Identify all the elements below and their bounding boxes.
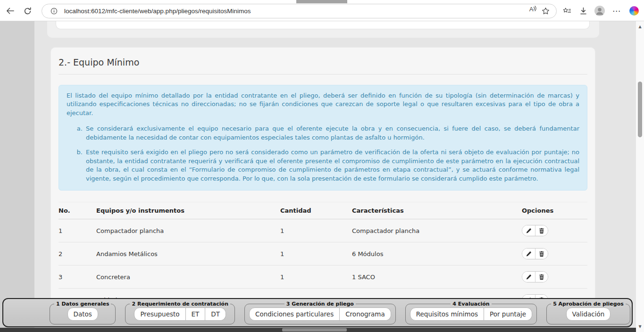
- delete-button[interactable]: [535, 272, 548, 282]
- section-title: 2.- Equipo Mínimo: [59, 54, 587, 75]
- info-item-a: Se considerará exclusivamente el equipo …: [84, 124, 579, 142]
- col-header-opciones: Opciones: [522, 202, 587, 219]
- back-button[interactable]: [4, 6, 16, 16]
- collections-icon[interactable]: [560, 5, 573, 17]
- table-row: 2 Andamios Metálicos 1 6 Módulos: [59, 242, 587, 266]
- trash-icon: [539, 274, 544, 280]
- info-item-b: Este requisito será exigido en el pliego…: [84, 148, 579, 183]
- edit-button[interactable]: [522, 249, 535, 259]
- equipment-table: No. Equipos y/o instrumentos Cantidad Ca…: [59, 202, 587, 304]
- wizard-button-datos[interactable]: Datos: [67, 307, 98, 321]
- address-bar[interactable]: localhost:6012/mfc-cliente/web/app.php/p…: [42, 4, 557, 18]
- table-header-row: No. Equipos y/o instrumentos Cantidad Ca…: [59, 202, 587, 219]
- wizard-button-cronograma[interactable]: Cronograma: [340, 307, 391, 321]
- favorite-star-icon[interactable]: [539, 6, 552, 17]
- wizard-group-legend: 4 Evaluación: [451, 301, 491, 307]
- wizard-button-por-puntaje[interactable]: Por puntaje: [484, 307, 532, 321]
- info-intro: El listado del equipo mínimo detallado p…: [67, 91, 579, 117]
- delete-button[interactable]: [535, 249, 548, 259]
- delete-button[interactable]: [535, 225, 548, 236]
- wizard-button-requisitos-minimos[interactable]: Requisitos mínimos: [410, 307, 484, 321]
- wizard-group-requerimiento: 2 Requerimiento de contratación Presupue…: [125, 301, 234, 324]
- col-header-no: No.: [59, 202, 96, 219]
- scroll-up-icon[interactable]: ▲: [636, 25, 644, 29]
- wizard-bar: 1 Datos generales Datos 2 Requerimiento …: [2, 298, 633, 327]
- row-options: [522, 248, 548, 259]
- browser-chrome: localhost:6012/mfc-cliente/web/app.php/p…: [0, 0, 644, 21]
- wizard-group-legend: 2 Requerimiento de contratación: [130, 301, 230, 307]
- vertical-scrollbar[interactable]: ▲ ▼: [636, 21, 644, 332]
- wizard-group-legend: 3 Generación de pliego: [284, 301, 356, 307]
- wizard-group-generacion-pliego: 3 Generación de pliego Condiciones parti…: [244, 301, 396, 324]
- page-viewport: 2.- Equipo Mínimo El listado del equipo …: [0, 21, 644, 332]
- equipo-minimo-card: 2.- Equipo Mínimo El listado del equipo …: [50, 47, 595, 304]
- info-alert: El listado del equipo mínimo detallado p…: [59, 85, 587, 191]
- wizard-group-datos-generales: 1 Datos generales Datos: [50, 301, 116, 324]
- vertical-scrollbar-thumb[interactable]: [638, 82, 642, 137]
- tab-strip-remnant: [296, 0, 347, 3]
- wizard-button-condiciones-particulares[interactable]: Condiciones particulares: [249, 307, 340, 321]
- table-row: 3 Concretera 1 1 SACO: [59, 266, 587, 289]
- previous-section-remnant: [47, 21, 599, 38]
- info-list: Se considerará exclusivamente el equipo …: [67, 124, 579, 183]
- wizard-button-et[interactable]: ET: [186, 307, 206, 321]
- pencil-icon: [526, 228, 532, 234]
- pencil-icon: [526, 274, 532, 280]
- copilot-icon[interactable]: [628, 5, 640, 17]
- row-options: [522, 225, 548, 236]
- trash-icon: [539, 228, 544, 234]
- wizard-button-presupuesto[interactable]: Presupuesto: [134, 307, 185, 321]
- wizard-group-legend: 1 Datos generales: [54, 301, 111, 307]
- pencil-icon: [526, 251, 532, 257]
- edit-button[interactable]: [522, 225, 535, 236]
- edit-button[interactable]: [522, 272, 535, 282]
- wizard-group-aprobacion-pliegos: 5 Aprobación de pliegos Validación: [546, 301, 630, 324]
- back-arrow-icon: [6, 7, 15, 15]
- row-options: [522, 271, 548, 282]
- scroll-down-icon[interactable]: ▼: [636, 324, 644, 329]
- col-header-caracteristicas: Características: [352, 202, 522, 219]
- col-header-cantidad: Cantidad: [280, 202, 352, 219]
- read-aloud-icon[interactable]: A: [527, 6, 539, 17]
- horizontal-scrollbar-thumb[interactable]: [282, 328, 347, 332]
- previous-card-bottom: [56, 21, 590, 29]
- downloads-icon[interactable]: [577, 5, 589, 17]
- trash-icon: [539, 251, 544, 257]
- table-row: 1 Compactador plancha 1 Compactador plan…: [59, 219, 587, 242]
- site-info-icon[interactable]: [48, 6, 60, 17]
- url-text[interactable]: localhost:6012/mfc-cliente/web/app.php/p…: [64, 8, 527, 15]
- profile-avatar[interactable]: [594, 5, 606, 17]
- col-header-equipos: Equipos y/o instrumentos: [96, 202, 280, 219]
- reload-button[interactable]: [22, 6, 33, 16]
- wizard-button-dt[interactable]: DT: [205, 307, 226, 321]
- browser-menu-icon[interactable]: ⋯: [611, 5, 623, 17]
- wizard-button-validacion[interactable]: Validación: [566, 307, 611, 321]
- wizard-group-evaluacion: 4 Evaluación Requisitos mínimos Por punt…: [405, 301, 537, 324]
- wizard-group-legend: 5 Aprobación de pliegos: [551, 301, 626, 307]
- reload-icon: [24, 7, 32, 15]
- page-left-margin: [0, 21, 34, 332]
- content-area: 2.- Equipo Mínimo El listado del equipo …: [34, 21, 636, 332]
- horizontal-scrollbar[interactable]: [0, 328, 636, 332]
